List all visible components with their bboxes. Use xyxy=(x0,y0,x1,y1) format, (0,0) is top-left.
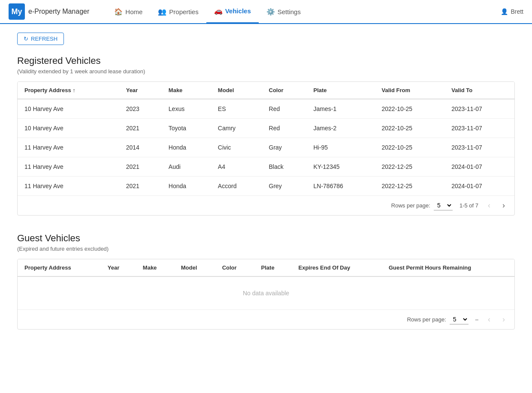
prev-page-button[interactable]: ‹ xyxy=(485,200,493,211)
col-plate: Plate xyxy=(307,82,375,99)
home-icon: 🏠 xyxy=(114,8,123,16)
table-cell: 2023-11-07 xyxy=(444,119,514,138)
table-cell: Grey xyxy=(262,177,307,196)
guest-col-plate: Plate xyxy=(254,259,292,276)
table-cell: LN-786786 xyxy=(307,177,375,196)
registered-vehicles-table: Property Address ↑ Year Make Model Color… xyxy=(18,82,514,195)
rows-per-page-select[interactable]: 5 10 25 xyxy=(434,201,453,210)
guest-col-make: Make xyxy=(136,259,174,276)
guest-page-info: – xyxy=(475,316,478,323)
brand-name: e-Property Manager xyxy=(28,8,89,15)
nav-home[interactable]: 🏠 Home xyxy=(106,0,150,24)
user-menu: 👤 Brett xyxy=(501,8,523,15)
registered-vehicles-table-wrapper: Property Address ↑ Year Make Model Color… xyxy=(17,81,515,216)
table-cell: James-1 xyxy=(307,99,375,119)
guest-vehicles-section: Guest Vehicles (Expired and future entri… xyxy=(17,233,515,330)
registered-vehicles-tbody: 10 Harvey Ave2023LexusESRedJames-12022-1… xyxy=(18,99,514,195)
table-row: 11 Harvey Ave2021HondaAccordGreyLN-78678… xyxy=(18,177,514,196)
guest-vehicles-title: Guest Vehicles xyxy=(17,233,515,244)
guest-col-expires: Expires End Of Day xyxy=(292,259,382,276)
nav-settings-label: Settings xyxy=(278,8,301,15)
table-cell: 11 Harvey Ave xyxy=(18,157,119,177)
table-cell: 10 Harvey Ave xyxy=(18,99,119,119)
table-cell: Red xyxy=(262,119,307,138)
table-cell: 2024-01-07 xyxy=(444,157,514,177)
table-cell: 10 Harvey Ave xyxy=(18,119,119,138)
guest-vehicles-table-wrapper: Property Address Year Make Model Color P… xyxy=(17,259,515,330)
guest-vehicles-table: Property Address Year Make Model Color P… xyxy=(18,259,514,309)
table-cell: 2021 xyxy=(119,119,162,138)
table-cell: Honda xyxy=(162,177,211,196)
table-cell: 2022-10-25 xyxy=(375,138,445,157)
table-cell: 2021 xyxy=(119,177,162,196)
main-content: ↻ REFRESH Registered Vehicles (Validity … xyxy=(0,24,532,355)
table-cell: 2023 xyxy=(119,99,162,119)
registered-vehicles-thead: Property Address ↑ Year Make Model Color… xyxy=(18,82,514,99)
guest-vehicles-tbody: No data available xyxy=(18,276,514,309)
nav-vehicles-label: Vehicles xyxy=(225,7,251,15)
registered-pagination: Rows per page: 5 10 25 1-5 of 7 ‹ › xyxy=(18,195,514,215)
guest-vehicles-subtitle: (Expired and future entries excluded) xyxy=(17,246,515,252)
no-data-cell: No data available xyxy=(18,276,514,309)
col-model: Model xyxy=(211,82,262,99)
table-cell: ES xyxy=(211,99,262,119)
guest-col-model: Model xyxy=(174,259,215,276)
registered-vehicles-section: Registered Vehicles (Validity extended b… xyxy=(17,55,515,216)
guest-col-year: Year xyxy=(101,259,136,276)
table-cell: Accord xyxy=(211,177,262,196)
settings-icon: ⚙️ xyxy=(266,8,275,16)
table-row: 11 Harvey Ave2021AudiA4BlackKY-123452022… xyxy=(18,157,514,177)
guest-rows-per-page-select[interactable]: 5 10 25 xyxy=(450,315,469,324)
table-row: 10 Harvey Ave2021ToyotaCamryRedJames-220… xyxy=(18,119,514,138)
table-cell: 2023-11-07 xyxy=(444,138,514,157)
rows-per-page-control: Rows per page: 5 10 25 xyxy=(391,201,453,210)
table-row: 11 Harvey Ave2014HondaCivicGrayHi-952022… xyxy=(18,138,514,157)
guest-next-page-button[interactable]: › xyxy=(500,314,508,325)
nav-properties[interactable]: 👥 Properties xyxy=(150,0,206,24)
table-cell: 2022-10-25 xyxy=(375,99,445,119)
col-color: Color xyxy=(262,82,307,99)
registered-vehicles-title: Registered Vehicles xyxy=(17,55,515,66)
refresh-button[interactable]: ↻ REFRESH xyxy=(17,33,64,45)
page-info: 1-5 of 7 xyxy=(459,202,478,209)
table-cell: Civic xyxy=(211,138,262,157)
table-cell: A4 xyxy=(211,157,262,177)
guest-prev-page-button[interactable]: ‹ xyxy=(485,314,493,325)
table-cell: Hi-95 xyxy=(307,138,375,157)
table-cell: 11 Harvey Ave xyxy=(18,177,119,196)
registered-vehicles-subtitle: (Validity extended by 1 week around leas… xyxy=(17,68,515,75)
next-page-button[interactable]: › xyxy=(500,200,508,211)
nav-home-label: Home xyxy=(125,8,142,15)
table-cell: 2024-01-07 xyxy=(444,177,514,196)
col-year: Year xyxy=(119,82,162,99)
brand-badge: My xyxy=(9,3,25,20)
table-cell: 11 Harvey Ave xyxy=(18,138,119,157)
navbar: My e-Property Manager 🏠 Home 👥 Propertie… xyxy=(0,0,532,24)
table-cell: Audi xyxy=(162,157,211,177)
table-cell: Lexus xyxy=(162,99,211,119)
col-make: Make xyxy=(162,82,211,99)
table-cell: Honda xyxy=(162,138,211,157)
col-valid-to: Valid To xyxy=(444,82,514,99)
table-cell: 2022-12-25 xyxy=(375,157,445,177)
col-address[interactable]: Property Address ↑ xyxy=(18,82,119,99)
table-row: 10 Harvey Ave2023LexusESRedJames-12022-1… xyxy=(18,99,514,119)
nav-vehicles[interactable]: 🚗 Vehicles xyxy=(206,0,259,24)
guest-pagination: Rows per page: 5 10 25 – ‹ › xyxy=(18,309,514,329)
table-cell: Toyota xyxy=(162,119,211,138)
table-cell: Black xyxy=(262,157,307,177)
nav-settings[interactable]: ⚙️ Settings xyxy=(259,0,308,24)
table-cell: 2022-10-25 xyxy=(375,119,445,138)
table-cell: James-2 xyxy=(307,119,375,138)
table-cell: Red xyxy=(262,99,307,119)
guest-vehicles-thead: Property Address Year Make Model Color P… xyxy=(18,259,514,276)
user-icon: 👤 xyxy=(501,8,508,15)
guest-rows-per-page-control: Rows per page: 5 10 25 xyxy=(407,315,469,324)
table-cell: Camry xyxy=(211,119,262,138)
nav-properties-label: Properties xyxy=(169,8,198,15)
nav-links: 🏠 Home 👥 Properties 🚗 Vehicles ⚙️ Settin… xyxy=(106,0,308,24)
col-valid-from: Valid From xyxy=(375,82,445,99)
guest-col-permit-hours: Guest Permit Hours Remaining xyxy=(382,259,514,276)
vehicles-icon: 🚗 xyxy=(214,7,223,15)
table-cell: 2014 xyxy=(119,138,162,157)
